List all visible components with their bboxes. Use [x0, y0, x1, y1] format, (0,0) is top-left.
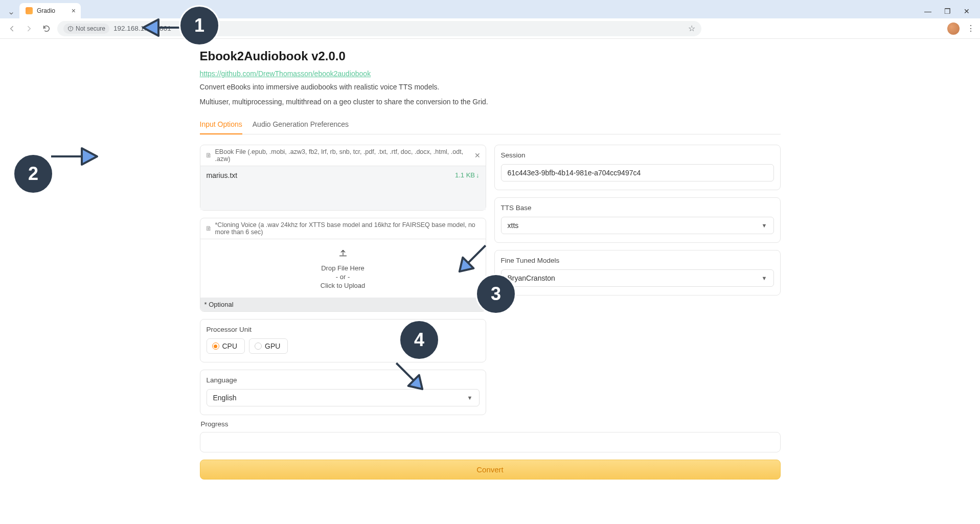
close-window-icon[interactable]: ✕ [961, 7, 973, 15]
fine-tuned-value: BryanCranston [508, 274, 555, 282]
radio-cpu[interactable]: CPU [207, 338, 245, 354]
session-block: Session 61c443e3-9bfb-4b14-981e-a704cc94… [494, 145, 781, 190]
tab-title: Gradio [37, 7, 67, 14]
repo-link[interactable]: https://github.com/DrewThomasson/ebook2a… [200, 70, 371, 78]
ebook-file-label: EBook File (.epub, .mobi, .azw3, fb2, lr… [215, 148, 474, 163]
browser-tab[interactable]: Gradio × [19, 3, 81, 18]
language-select[interactable]: English ▼ [207, 389, 480, 406]
tts-base-label: TTS Base [501, 204, 774, 212]
fine-tuned-label: Fine Tuned Models [501, 257, 774, 264]
annotation-arrow-4 [386, 353, 432, 399]
session-value: 61c443e3-9bfb-4b14-981e-a704cc9497c4 [508, 169, 641, 177]
back-icon[interactable] [5, 22, 18, 35]
progress-block: Progress [200, 420, 781, 452]
description-1: Convert eBooks into immersive audiobooks… [200, 82, 781, 93]
maximize-icon[interactable]: ❐ [941, 7, 953, 15]
chevron-down-icon: ▼ [762, 275, 767, 281]
ebook-file-panel: 🗎 EBook File (.epub, .mobi, .azw3, fb2, … [200, 145, 486, 211]
uploaded-file-size: 1.1 KB↓ [455, 171, 480, 179]
tab-audio-preferences[interactable]: Audio Generation Preferences [253, 116, 349, 134]
forward-icon[interactable] [22, 22, 36, 35]
tab-input-options[interactable]: Input Options [200, 116, 242, 134]
upload-icon [209, 247, 477, 261]
radio-gpu[interactable]: GPU [249, 338, 288, 354]
language-value: English [213, 394, 237, 402]
uploaded-file-name: marius.txt [207, 171, 238, 179]
progress-box [200, 432, 781, 452]
fine-tuned-block: Fine Tuned Models BryanCranston ▼ [494, 250, 781, 295]
optional-label: * Optional [200, 298, 486, 311]
language-block: Language English ▼ [200, 370, 486, 415]
tts-base-value: xtts [508, 221, 519, 230]
annotation-arrow-1 [141, 13, 192, 42]
file-icon: 🗎 [206, 225, 212, 232]
drop-text: Drop File Here [209, 264, 477, 272]
voice-upload-dropzone[interactable]: Drop File Here - or - Click to Upload [200, 239, 486, 298]
minimize-icon[interactable]: — [922, 7, 934, 15]
annotation-arrow-3 [450, 235, 496, 281]
voice-upload-panel: 🗎 *Cloning Voice (a .wav 24khz for XTTS … [200, 218, 486, 312]
chevron-down-icon: ▼ [467, 395, 473, 401]
radio-dot-icon [212, 343, 219, 350]
gpu-label: GPU [265, 342, 280, 350]
page-title: Ebook2Audiobook v2.0.0 [200, 49, 781, 63]
not-secure-label: Not secure [76, 25, 105, 32]
file-icon: 🗎 [206, 152, 212, 159]
cpu-label: CPU [222, 342, 238, 350]
click-upload-text: Click to Upload [209, 282, 477, 289]
fine-tuned-select[interactable]: BryanCranston ▼ [501, 269, 774, 287]
annotation-arrow-2 [49, 142, 100, 171]
language-label: Language [207, 376, 480, 384]
processor-block: Processor Unit CPU GPU [200, 319, 486, 362]
tab-close-icon[interactable]: × [72, 7, 76, 15]
radio-dot-icon [255, 343, 262, 350]
chevron-down-icon: ▼ [762, 222, 767, 229]
or-text: - or - [209, 273, 477, 281]
not-secure-chip[interactable]: Not secure [63, 24, 109, 34]
tab-bar: Input Options Audio Generation Preferenc… [200, 116, 781, 134]
kebab-menu-icon[interactable]: ⋮ [967, 24, 975, 33]
reload-icon[interactable] [40, 22, 53, 35]
favicon-icon [26, 7, 33, 14]
tts-base-block: TTS Base xtts ▼ [494, 197, 781, 243]
description-2: Multiuser, multiprocessing, multithread … [200, 97, 781, 107]
url-text: 192.168.1.18:7861 [113, 25, 684, 32]
ebook-file-entry[interactable]: marius.txt 1.1 KB↓ [200, 166, 486, 210]
tabs-dropdown-icon[interactable] [6, 8, 16, 18]
tts-base-select[interactable]: xtts ▼ [501, 217, 774, 234]
voice-upload-label: *Cloning Voice (a .wav 24khz for XTTS ba… [215, 221, 481, 236]
session-input[interactable]: 61c443e3-9bfb-4b14-981e-a704cc9497c4 [501, 164, 774, 181]
session-label: Session [501, 151, 774, 159]
clear-file-icon[interactable]: ✕ [474, 151, 481, 160]
convert-button[interactable]: Convert [200, 460, 781, 480]
processor-label: Processor Unit [207, 326, 480, 333]
profile-avatar[interactable] [947, 22, 960, 35]
bookmark-icon[interactable]: ☆ [688, 24, 695, 33]
progress-label: Progress [201, 420, 780, 428]
